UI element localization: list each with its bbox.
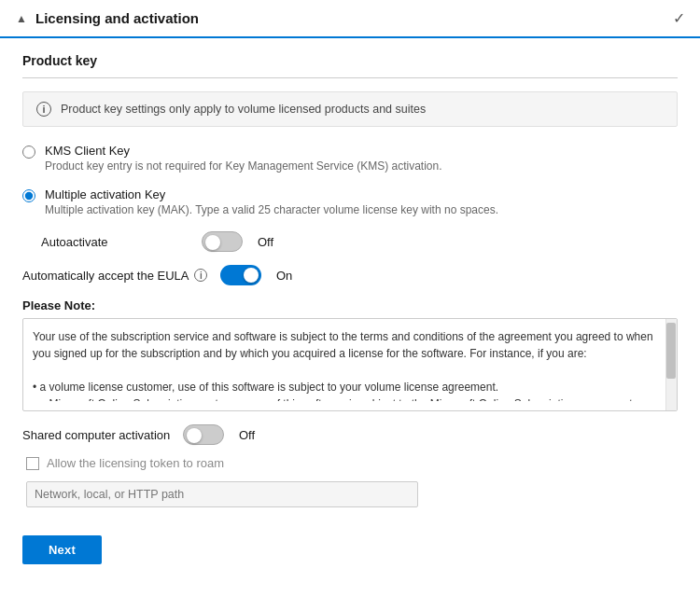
eula-label: Automatically accept the EULA (22, 269, 189, 283)
autoactivate-row: Autoactivate Off (41, 231, 678, 252)
mak-option: Multiple activation Key Multiple activat… (22, 187, 678, 216)
mak-label-title: Multiple activation Key (45, 187, 498, 201)
shared-computer-row: Shared computer activation Off (22, 424, 678, 445)
shared-computer-toggle[interactable] (183, 424, 224, 445)
footer: Next (0, 522, 700, 577)
note-box-content[interactable]: Your use of the subscription service and… (33, 328, 667, 401)
header: ▲ Licensing and activation ✓ (0, 0, 700, 38)
eula-status: On (276, 269, 292, 283)
path-input[interactable] (26, 481, 418, 507)
content-area: Product key i Product key settings only … (0, 38, 700, 522)
info-box: i Product key settings only apply to vol… (22, 91, 678, 127)
shared-computer-status: Off (239, 428, 255, 442)
note-title: Please Note: (22, 298, 678, 312)
note-text-line-3: • a Microsoft Online Subscription custom… (33, 395, 660, 401)
collapse-icon[interactable]: ▲ (15, 12, 28, 25)
key-type-radio-group: KMS Client Key Product key entry is not … (22, 144, 678, 216)
next-button[interactable]: Next (22, 535, 102, 564)
autoactivate-label: Autoactivate (41, 235, 190, 249)
check-icon: ✓ (673, 9, 685, 27)
page-title: Licensing and activation (35, 10, 199, 26)
autoactivate-toggle[interactable] (202, 231, 243, 252)
note-box: Your use of the subscription service and… (22, 318, 678, 411)
product-key-title: Product key (22, 53, 678, 68)
please-note-section: Please Note: Your use of the subscriptio… (22, 298, 678, 411)
kms-option: KMS Client Key Product key entry is not … (22, 144, 678, 173)
info-box-text: Product key settings only apply to volum… (61, 103, 426, 116)
shared-computer-label: Shared computer activation (22, 428, 172, 442)
kms-label-desc: Product key entry is not required for Ke… (45, 159, 442, 173)
note-text-line-1: Your use of the subscription service and… (33, 328, 660, 362)
note-scrollbar-thumb (666, 323, 676, 379)
info-circle-icon: i (36, 102, 51, 117)
note-text-line-2: • a volume license customer, use of this… (33, 379, 660, 395)
kms-radio[interactable] (22, 146, 35, 159)
note-scrollbar[interactable] (665, 319, 677, 410)
eula-info-icon: i (194, 269, 207, 282)
mak-label-desc: Multiple activation key (MAK). Type a va… (45, 203, 498, 216)
roam-checkbox-label: Allow the licensing token to roam (47, 456, 224, 470)
kms-label-title: KMS Client Key (45, 144, 442, 158)
section-divider (22, 77, 678, 78)
roam-checkbox-row: Allow the licensing token to roam (26, 456, 678, 470)
autoactivate-status: Off (258, 235, 273, 249)
eula-row: Automatically accept the EULA i On (22, 265, 678, 285)
roam-checkbox[interactable] (26, 457, 39, 470)
eula-toggle[interactable] (220, 265, 261, 285)
mak-radio[interactable] (22, 189, 35, 202)
